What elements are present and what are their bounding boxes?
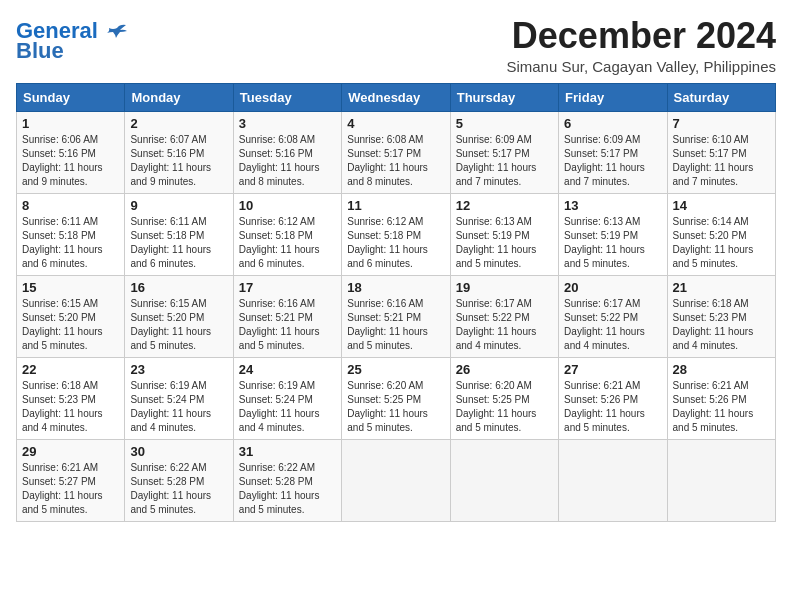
calendar-cell: 20Sunrise: 6:17 AMSunset: 5:22 PMDayligh… xyxy=(559,275,667,357)
day-number: 30 xyxy=(130,444,227,459)
day-number: 21 xyxy=(673,280,770,295)
calendar-cell: 28Sunrise: 6:21 AMSunset: 5:26 PMDayligh… xyxy=(667,357,775,439)
calendar-cell xyxy=(450,439,558,521)
day-number: 5 xyxy=(456,116,553,131)
month-title: December 2024 xyxy=(506,16,776,56)
day-number: 9 xyxy=(130,198,227,213)
day-info: Sunrise: 6:06 AMSunset: 5:16 PMDaylight:… xyxy=(22,133,119,189)
calendar-cell: 4Sunrise: 6:08 AMSunset: 5:17 PMDaylight… xyxy=(342,111,450,193)
day-info: Sunrise: 6:14 AMSunset: 5:20 PMDaylight:… xyxy=(673,215,770,271)
calendar-cell: 7Sunrise: 6:10 AMSunset: 5:17 PMDaylight… xyxy=(667,111,775,193)
day-number: 23 xyxy=(130,362,227,377)
day-number: 1 xyxy=(22,116,119,131)
logo-blue-text: Blue xyxy=(16,38,64,64)
day-number: 10 xyxy=(239,198,336,213)
day-number: 7 xyxy=(673,116,770,131)
day-number: 2 xyxy=(130,116,227,131)
day-info: Sunrise: 6:21 AMSunset: 5:26 PMDaylight:… xyxy=(673,379,770,435)
day-number: 17 xyxy=(239,280,336,295)
day-number: 8 xyxy=(22,198,119,213)
day-number: 22 xyxy=(22,362,119,377)
calendar-cell: 19Sunrise: 6:17 AMSunset: 5:22 PMDayligh… xyxy=(450,275,558,357)
day-number: 25 xyxy=(347,362,444,377)
day-number: 13 xyxy=(564,198,661,213)
calendar-cell xyxy=(559,439,667,521)
calendar-cell: 5Sunrise: 6:09 AMSunset: 5:17 PMDaylight… xyxy=(450,111,558,193)
day-number: 27 xyxy=(564,362,661,377)
calendar-cell: 8Sunrise: 6:11 AMSunset: 5:18 PMDaylight… xyxy=(17,193,125,275)
calendar-cell xyxy=(342,439,450,521)
col-header-tuesday: Tuesday xyxy=(233,83,341,111)
calendar-cell: 21Sunrise: 6:18 AMSunset: 5:23 PMDayligh… xyxy=(667,275,775,357)
day-number: 29 xyxy=(22,444,119,459)
day-number: 28 xyxy=(673,362,770,377)
calendar-cell: 12Sunrise: 6:13 AMSunset: 5:19 PMDayligh… xyxy=(450,193,558,275)
day-number: 12 xyxy=(456,198,553,213)
calendar-cell: 17Sunrise: 6:16 AMSunset: 5:21 PMDayligh… xyxy=(233,275,341,357)
day-info: Sunrise: 6:20 AMSunset: 5:25 PMDaylight:… xyxy=(456,379,553,435)
day-info: Sunrise: 6:11 AMSunset: 5:18 PMDaylight:… xyxy=(130,215,227,271)
calendar-cell: 30Sunrise: 6:22 AMSunset: 5:28 PMDayligh… xyxy=(125,439,233,521)
calendar-cell: 3Sunrise: 6:08 AMSunset: 5:16 PMDaylight… xyxy=(233,111,341,193)
day-info: Sunrise: 6:21 AMSunset: 5:27 PMDaylight:… xyxy=(22,461,119,517)
col-header-saturday: Saturday xyxy=(667,83,775,111)
day-number: 4 xyxy=(347,116,444,131)
calendar-cell: 31Sunrise: 6:22 AMSunset: 5:28 PMDayligh… xyxy=(233,439,341,521)
col-header-sunday: Sunday xyxy=(17,83,125,111)
calendar-cell: 26Sunrise: 6:20 AMSunset: 5:25 PMDayligh… xyxy=(450,357,558,439)
day-info: Sunrise: 6:17 AMSunset: 5:22 PMDaylight:… xyxy=(456,297,553,353)
calendar-cell: 6Sunrise: 6:09 AMSunset: 5:17 PMDaylight… xyxy=(559,111,667,193)
col-header-thursday: Thursday xyxy=(450,83,558,111)
col-header-wednesday: Wednesday xyxy=(342,83,450,111)
day-number: 11 xyxy=(347,198,444,213)
day-info: Sunrise: 6:11 AMSunset: 5:18 PMDaylight:… xyxy=(22,215,119,271)
day-info: Sunrise: 6:15 AMSunset: 5:20 PMDaylight:… xyxy=(130,297,227,353)
day-number: 16 xyxy=(130,280,227,295)
day-info: Sunrise: 6:08 AMSunset: 5:17 PMDaylight:… xyxy=(347,133,444,189)
day-info: Sunrise: 6:22 AMSunset: 5:28 PMDaylight:… xyxy=(130,461,227,517)
calendar-cell: 18Sunrise: 6:16 AMSunset: 5:21 PMDayligh… xyxy=(342,275,450,357)
day-info: Sunrise: 6:22 AMSunset: 5:28 PMDaylight:… xyxy=(239,461,336,517)
calendar-cell: 16Sunrise: 6:15 AMSunset: 5:20 PMDayligh… xyxy=(125,275,233,357)
day-number: 20 xyxy=(564,280,661,295)
day-number: 24 xyxy=(239,362,336,377)
calendar-cell: 9Sunrise: 6:11 AMSunset: 5:18 PMDaylight… xyxy=(125,193,233,275)
col-header-monday: Monday xyxy=(125,83,233,111)
day-info: Sunrise: 6:09 AMSunset: 5:17 PMDaylight:… xyxy=(564,133,661,189)
calendar-cell: 25Sunrise: 6:20 AMSunset: 5:25 PMDayligh… xyxy=(342,357,450,439)
day-info: Sunrise: 6:12 AMSunset: 5:18 PMDaylight:… xyxy=(239,215,336,271)
calendar-cell: 13Sunrise: 6:13 AMSunset: 5:19 PMDayligh… xyxy=(559,193,667,275)
calendar-cell xyxy=(667,439,775,521)
day-info: Sunrise: 6:16 AMSunset: 5:21 PMDaylight:… xyxy=(347,297,444,353)
calendar-cell: 29Sunrise: 6:21 AMSunset: 5:27 PMDayligh… xyxy=(17,439,125,521)
logo: General Blue xyxy=(16,20,134,64)
day-info: Sunrise: 6:18 AMSunset: 5:23 PMDaylight:… xyxy=(673,297,770,353)
location-title: Simanu Sur, Cagayan Valley, Philippines xyxy=(506,58,776,75)
calendar-cell: 10Sunrise: 6:12 AMSunset: 5:18 PMDayligh… xyxy=(233,193,341,275)
day-info: Sunrise: 6:08 AMSunset: 5:16 PMDaylight:… xyxy=(239,133,336,189)
col-header-friday: Friday xyxy=(559,83,667,111)
calendar-cell: 2Sunrise: 6:07 AMSunset: 5:16 PMDaylight… xyxy=(125,111,233,193)
calendar-cell: 1Sunrise: 6:06 AMSunset: 5:16 PMDaylight… xyxy=(17,111,125,193)
day-info: Sunrise: 6:20 AMSunset: 5:25 PMDaylight:… xyxy=(347,379,444,435)
day-info: Sunrise: 6:13 AMSunset: 5:19 PMDaylight:… xyxy=(564,215,661,271)
calendar-cell: 23Sunrise: 6:19 AMSunset: 5:24 PMDayligh… xyxy=(125,357,233,439)
day-number: 26 xyxy=(456,362,553,377)
day-number: 18 xyxy=(347,280,444,295)
day-info: Sunrise: 6:16 AMSunset: 5:21 PMDaylight:… xyxy=(239,297,336,353)
day-number: 31 xyxy=(239,444,336,459)
day-info: Sunrise: 6:19 AMSunset: 5:24 PMDaylight:… xyxy=(130,379,227,435)
day-number: 15 xyxy=(22,280,119,295)
bird-icon xyxy=(106,24,128,40)
day-info: Sunrise: 6:21 AMSunset: 5:26 PMDaylight:… xyxy=(564,379,661,435)
calendar-cell: 14Sunrise: 6:14 AMSunset: 5:20 PMDayligh… xyxy=(667,193,775,275)
day-info: Sunrise: 6:19 AMSunset: 5:24 PMDaylight:… xyxy=(239,379,336,435)
day-info: Sunrise: 6:13 AMSunset: 5:19 PMDaylight:… xyxy=(456,215,553,271)
calendar-cell: 24Sunrise: 6:19 AMSunset: 5:24 PMDayligh… xyxy=(233,357,341,439)
day-number: 6 xyxy=(564,116,661,131)
title-block: December 2024 Simanu Sur, Cagayan Valley… xyxy=(506,16,776,75)
day-info: Sunrise: 6:10 AMSunset: 5:17 PMDaylight:… xyxy=(673,133,770,189)
day-number: 14 xyxy=(673,198,770,213)
day-number: 19 xyxy=(456,280,553,295)
day-number: 3 xyxy=(239,116,336,131)
